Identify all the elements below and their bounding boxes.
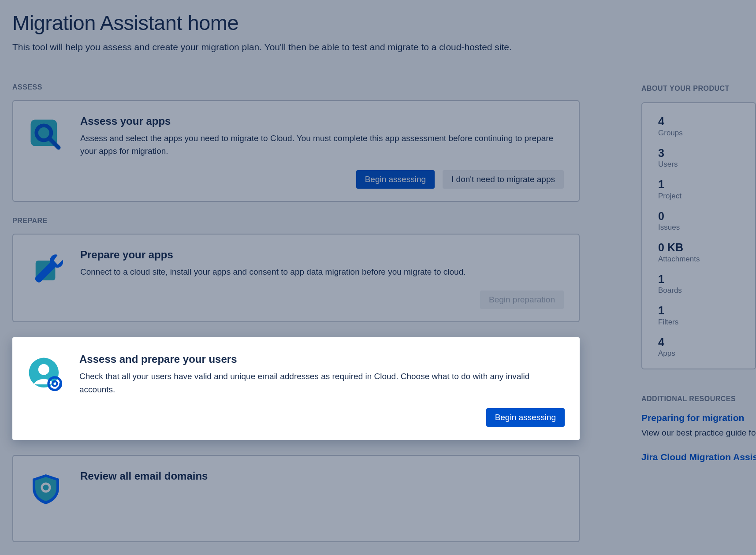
stat-value: 0 <box>658 210 739 223</box>
begin-preparation-button: Begin preparation <box>480 291 564 309</box>
stat-users: 3 Users <box>658 147 739 169</box>
page-subtitle: This tool will help you assess and creat… <box>12 42 580 52</box>
stat-project: 1 Project <box>658 179 739 201</box>
product-stats-box: 4 Groups 3 Users 1 Project 0 Issues 0 KB… <box>641 102 756 369</box>
card-assess-users: Assess and prepare your users Check that… <box>12 337 580 440</box>
stat-label: Issues <box>658 223 739 232</box>
card-review-domains: Review all email domains <box>12 455 580 542</box>
card-title: Assess your apps <box>80 115 564 127</box>
stat-groups: 4 Groups <box>658 115 739 138</box>
card-assess-apps: Assess your apps Assess and select the a… <box>12 100 580 202</box>
stat-issues: 0 Issues <box>658 210 739 232</box>
resource-link-jcma[interactable]: Jira Cloud Migration Assistant <box>641 452 756 462</box>
stat-apps: 4 Apps <box>658 336 739 358</box>
stat-value: 1 <box>658 273 739 286</box>
resource-desc: View our best practice guide for informa… <box>641 427 756 440</box>
stat-label: Boards <box>658 286 739 295</box>
section-label-assess: ASSESS <box>12 83 580 91</box>
card-desc: Connect to a cloud site, install your ap… <box>80 265 564 278</box>
begin-assessing-users-button[interactable]: Begin assessing <box>486 408 565 427</box>
stat-label: Apps <box>658 349 739 358</box>
about-product-label: ABOUT YOUR PRODUCT <box>641 85 756 93</box>
card-title: Review all email domains <box>80 470 564 482</box>
card-desc: Assess and select the apps you need to m… <box>80 132 564 158</box>
user-at-icon <box>27 353 63 427</box>
wrench-icon <box>28 249 63 309</box>
stat-value: 0 KB <box>658 242 739 254</box>
card-prepare-apps: Prepare your apps Connect to a cloud sit… <box>12 234 580 322</box>
stat-filters: 1 Filters <box>658 305 739 327</box>
stat-value: 3 <box>658 147 739 160</box>
card-title: Prepare your apps <box>80 249 564 261</box>
stat-label: Project <box>658 192 739 201</box>
card-title: Assess and prepare your users <box>79 353 565 365</box>
stat-value: 1 <box>658 179 739 191</box>
svg-point-5 <box>38 364 49 375</box>
stat-value: 1 <box>658 305 739 317</box>
stat-label: Attachments <box>658 255 739 264</box>
stat-label: Groups <box>658 129 739 138</box>
section-label-prepare: PREPARE <box>12 217 580 225</box>
skip-migrate-apps-button[interactable]: I don't need to migrate apps <box>443 170 564 189</box>
page-title: Migration Assistant home <box>12 11 580 35</box>
stat-value: 4 <box>658 115 739 128</box>
stat-value: 4 <box>658 336 739 349</box>
stat-label: Filters <box>658 318 739 327</box>
resource-link-preparing[interactable]: Preparing for migration <box>641 413 756 423</box>
stat-label: Users <box>658 160 739 169</box>
shield-icon <box>28 470 63 506</box>
additional-resources-label: ADDITIONAL RESOURCES <box>641 395 756 403</box>
stat-boards: 1 Boards <box>658 273 739 295</box>
svg-point-7 <box>52 381 57 386</box>
magnifier-icon <box>28 115 63 189</box>
begin-assessing-apps-button[interactable]: Begin assessing <box>356 170 435 189</box>
stat-attachments: 0 KB Attachments <box>658 242 739 264</box>
card-desc: Check that all your users have valid and… <box>79 370 565 396</box>
